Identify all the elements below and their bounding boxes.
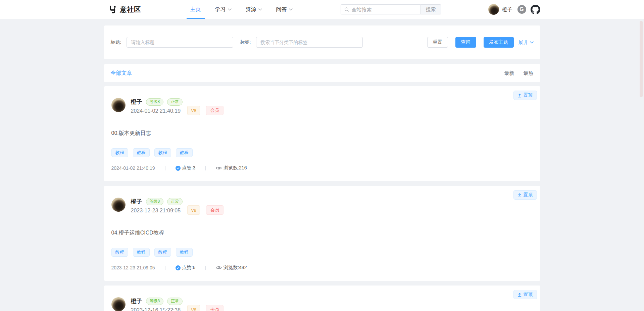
post-datetime: 2023-12-16 15:22:38 <box>131 307 183 311</box>
nav-item-label: 学习 <box>215 6 226 13</box>
post-tags: 教程 教程 教程 教程 <box>111 248 533 257</box>
nav-item-label: 问答 <box>276 6 287 13</box>
pin-top-icon <box>517 93 522 98</box>
list-header: 全部文章 最新 最热 <box>104 64 540 82</box>
all-articles-link[interactable]: 全部文章 <box>111 70 132 77</box>
post-title[interactable]: 00.版本更新日志 <box>111 130 533 137</box>
chevron-down-icon <box>289 8 293 11</box>
status-badge: 正常 <box>167 298 183 305</box>
likes-stat: 点赞:6 <box>176 265 196 271</box>
post-header: 橙子 等级8 正常 2024-01-02 21:40:19 V8 会员 <box>111 98 533 115</box>
post-header: 橙子 等级8 正常 2023-12-16 15:22:38 V8 会员 <box>111 297 533 311</box>
post-tag[interactable]: 教程 <box>176 248 193 257</box>
nav-item-qa[interactable]: 问答 <box>276 0 293 19</box>
query-button[interactable]: 查询 <box>455 37 476 48</box>
post-datetime: 2024-01-02 21:40:19 <box>131 108 183 114</box>
chevron-down-icon <box>530 41 534 44</box>
author-name[interactable]: 橙子 <box>131 198 142 205</box>
member-badge: 会员 <box>206 106 224 115</box>
post-card: 置顶 橙子 等级8 正常 2023-12-16 15:22:38 V8 会员 <box>104 286 540 311</box>
post-tag[interactable]: 教程 <box>154 248 171 257</box>
post-tag[interactable]: 教程 <box>154 148 171 157</box>
nav-item-home[interactable]: 主页 <box>190 0 201 19</box>
pin-label: 置顶 <box>524 92 533 98</box>
main-content: 标题: 标签: 重置 查询 发布主题 展开 全部文章 最新 最热 置顶 <box>104 19 540 311</box>
site-logo[interactable]: 意社区 <box>108 5 141 14</box>
pin-button[interactable]: 置顶 <box>513 91 537 100</box>
member-badge: 会员 <box>206 205 224 215</box>
pin-label: 置顶 <box>524 292 533 298</box>
member-badge: 会员 <box>206 305 224 311</box>
vip-badge: V8 <box>187 205 200 215</box>
pin-top-icon <box>517 293 522 297</box>
avatar[interactable] <box>488 4 499 15</box>
views-stat: 浏览数:482 <box>216 265 247 271</box>
avatar[interactable] <box>111 98 126 112</box>
github-icon[interactable] <box>531 5 540 14</box>
like-check-icon <box>176 265 181 270</box>
search-input-wrap <box>341 4 420 14</box>
username[interactable]: 橙子 <box>502 6 512 13</box>
main-nav: 主页 学习 资源 问答 <box>190 0 293 19</box>
search-input[interactable] <box>352 7 417 12</box>
post-card: 置顶 橙子 等级8 正常 2024-01-02 21:40:19 V8 会员 0… <box>104 86 540 181</box>
publish-topic-button[interactable]: 发布主题 <box>484 37 514 48</box>
post-datetime: 2023-12-23 21:09:05 <box>131 208 183 214</box>
filter-bar: 标题: 标签: 重置 查询 发布主题 展开 <box>104 25 540 59</box>
likes-stat: 点赞:3 <box>176 165 196 171</box>
title-filter-input[interactable] <box>127 37 233 48</box>
post-tag[interactable]: 教程 <box>133 248 150 257</box>
expand-toggle[interactable]: 展开 <box>518 39 534 46</box>
chevron-down-icon <box>258 8 262 11</box>
post-tag[interactable]: 教程 <box>133 148 150 157</box>
status-badge: 正常 <box>167 98 183 106</box>
nav-item-learn[interactable]: 学习 <box>215 0 232 19</box>
footer-time: 2023-12-23 21:09:05 <box>111 265 155 270</box>
user-area: 橙子 G <box>488 4 540 15</box>
sort-controls: 最新 最热 <box>504 70 534 76</box>
post-footer: 2023-12-23 21:09:05 点赞:6 浏览数:482 <box>111 265 533 271</box>
top-navbar: 意社区 主页 学习 资源 问答 <box>0 0 644 19</box>
site-logo-icon <box>108 5 117 14</box>
footer-time: 2024-01-02 21:40:19 <box>111 165 155 171</box>
pin-label: 置顶 <box>524 192 533 198</box>
level-badge: 等级8 <box>146 198 164 205</box>
status-badge: 正常 <box>167 198 183 205</box>
sort-hottest[interactable]: 最热 <box>524 70 534 76</box>
footer-divider <box>205 266 206 270</box>
like-check-icon <box>176 166 181 171</box>
author-name[interactable]: 橙子 <box>131 297 142 305</box>
reset-button[interactable]: 重置 <box>427 37 448 48</box>
level-badge: 等级8 <box>146 98 164 106</box>
avatar[interactable] <box>111 297 126 311</box>
vip-badge: V8 <box>187 106 200 115</box>
sort-divider <box>519 71 519 75</box>
avatar[interactable] <box>111 198 126 212</box>
pin-top-icon <box>517 193 522 197</box>
chevron-down-icon <box>228 8 232 11</box>
nav-item-resources[interactable]: 资源 <box>246 0 262 19</box>
expand-label: 展开 <box>518 39 529 46</box>
pin-button[interactable]: 置顶 <box>513 190 537 200</box>
views-stat: 浏览数:216 <box>216 165 247 171</box>
post-footer: 2024-01-02 21:40:19 点赞:3 浏览数:216 <box>111 165 533 171</box>
search-button[interactable]: 搜索 <box>420 4 441 14</box>
post-title[interactable]: 04.橙子运维CICD教程 <box>111 229 533 237</box>
post-header: 橙子 等级8 正常 2023-12-23 21:09:05 V8 会员 <box>111 198 533 215</box>
vip-badge: V8 <box>187 305 200 311</box>
footer-divider <box>205 166 206 170</box>
nav-item-label: 资源 <box>246 6 256 13</box>
post-tag[interactable]: 教程 <box>111 148 128 157</box>
eye-icon <box>216 266 222 270</box>
site-title: 意社区 <box>120 5 141 14</box>
gitee-letter: G <box>519 6 524 12</box>
tag-filter-input[interactable] <box>256 37 363 48</box>
post-tag[interactable]: 教程 <box>176 148 193 157</box>
pin-button[interactable]: 置顶 <box>513 290 537 299</box>
post-tag[interactable]: 教程 <box>111 248 128 257</box>
sort-newest[interactable]: 最新 <box>504 70 514 76</box>
search-icon <box>344 7 349 12</box>
author-name[interactable]: 橙子 <box>131 98 142 106</box>
gitee-icon[interactable]: G <box>517 5 526 14</box>
scrollbar-thumb[interactable] <box>640 21 643 97</box>
